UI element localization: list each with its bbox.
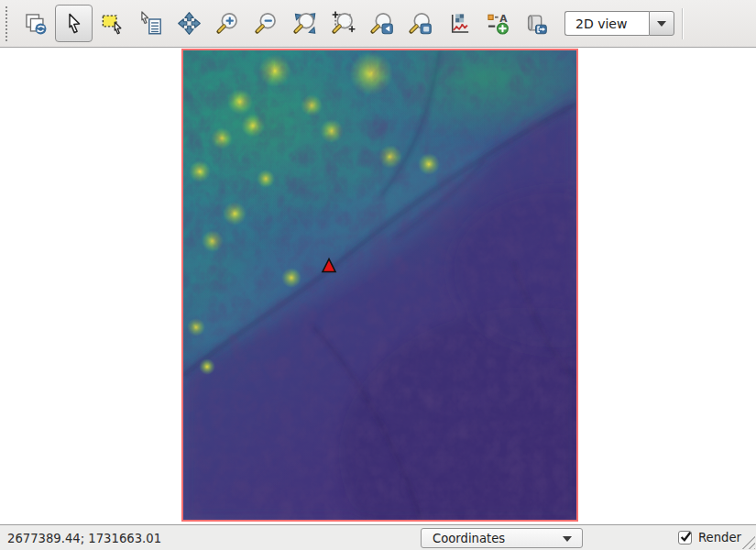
pan-button[interactable]: [170, 5, 208, 42]
map-display-window: A 2D view: [0, 0, 756, 550]
zoom-options-icon: [408, 11, 433, 36]
save-display-button[interactable]: [517, 5, 554, 42]
map-canvas[interactable]: [0, 48, 756, 524]
view-mode-field[interactable]: 2D view: [564, 11, 649, 36]
statusbar-mode-select[interactable]: Coordinates: [421, 528, 583, 548]
toolbar-separator: [682, 8, 683, 39]
toolbar-grip[interactable]: [5, 6, 10, 41]
dem-viridis-raster: [183, 50, 576, 520]
zoom-region-icon: [331, 11, 356, 36]
resize-grip[interactable]: [740, 534, 755, 549]
render-checkbox[interactable]: [678, 531, 692, 544]
add-map-elements-icon: A: [485, 11, 509, 36]
select-features-icon: [100, 11, 125, 36]
rerender-map-icon: [23, 11, 48, 36]
add-map-elements-button[interactable]: A: [478, 5, 516, 42]
zoom-in-button[interactable]: [209, 5, 247, 42]
pan-icon: [177, 11, 202, 36]
zoom-out-icon: [254, 11, 279, 36]
chevron-down-icon: [563, 536, 572, 542]
zoom-options-button[interactable]: [401, 5, 439, 42]
pointer-tool-button[interactable]: [55, 5, 93, 42]
zoom-region-button[interactable]: [324, 5, 362, 42]
save-display-icon: [523, 11, 548, 36]
zoom-extent-button[interactable]: [286, 5, 323, 42]
statusbar: 2677389.44; 1731663.01 Coordinates Rende…: [0, 524, 756, 550]
view-mode-value: 2D view: [575, 16, 627, 31]
chevron-down-icon: [657, 21, 666, 27]
view-mode-dropdown-button[interactable]: [649, 11, 674, 36]
query-map-icon: [138, 11, 163, 36]
pointer-icon: [61, 11, 86, 36]
zoom-back-button[interactable]: [363, 5, 400, 42]
map-toolbar: A 2D view: [0, 0, 756, 48]
statusbar-mode-value: Coordinates: [433, 532, 505, 545]
zoom-back-icon: [369, 11, 394, 36]
zoom-out-button[interactable]: [247, 5, 285, 42]
analyze-map-icon: [446, 11, 471, 36]
rerender-map-button[interactable]: [16, 5, 54, 42]
query-map-button[interactable]: [132, 5, 170, 42]
view-mode-select[interactable]: 2D view: [564, 11, 674, 36]
zoom-extent-icon: [292, 11, 317, 36]
check-icon: [679, 530, 693, 544]
analyze-map-button[interactable]: [440, 5, 477, 42]
raster-elevation-map[interactable]: [181, 49, 578, 522]
render-control: Render: [678, 525, 741, 550]
render-label: Render: [698, 531, 741, 544]
select-features-button[interactable]: [93, 5, 131, 42]
coordinates-readout: 2677389.44; 1731663.01: [7, 531, 161, 544]
zoom-in-icon: [215, 11, 240, 36]
